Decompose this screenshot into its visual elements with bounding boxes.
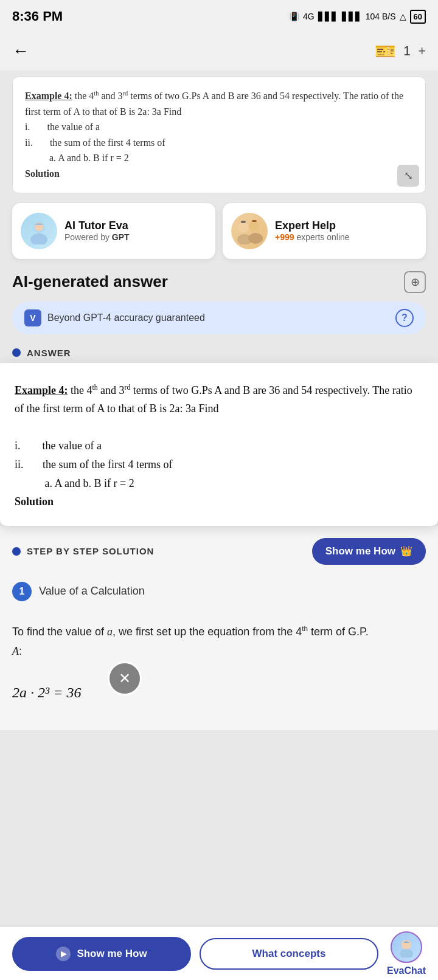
bottom-concepts-button[interactable]: What concepts	[200, 938, 378, 970]
svg-point-1	[30, 233, 47, 244]
bottom-concepts-text: What concepts	[252, 948, 326, 960]
ai-answer-title: AI-generated answer	[12, 272, 168, 291]
ai-answer-header: AI-generated answer ⊕	[0, 271, 438, 302]
step-header-left: STEP BY STEP SOLUTION	[12, 546, 154, 556]
step-1-paragraph: To find the value of a, we first set up …	[12, 622, 426, 661]
accuracy-badge-left: V Beyond GPT-4 accuracy guaranteed	[24, 309, 205, 326]
show-me-how-button[interactable]: Show me How 👑	[312, 538, 426, 565]
network-icon: 4G	[303, 12, 315, 21]
accuracy-badge: V Beyond GPT-4 accuracy guaranteed ?	[12, 302, 426, 334]
item-i: i.	[25, 122, 30, 132]
equation-1: 2a · 2³ = 36	[12, 680, 81, 706]
step-label: STEP BY STEP SOLUTION	[27, 546, 154, 556]
status-bar: 8:36 PM 📳 4G ▋▋▋ ▋▋▋ 104 B/S △ 60	[0, 0, 438, 32]
equation-container: 2a · 2³ = 36 ✕	[12, 668, 81, 718]
svg-point-3	[238, 222, 249, 233]
expert-info: Expert Help +999 experts online	[275, 219, 350, 242]
question-text: Example 4: the 4th and 3rd terms of two …	[13, 77, 425, 193]
expert-title: Expert Help	[275, 219, 350, 232]
bottom-spacer	[0, 730, 438, 791]
triangle-icon: △	[400, 12, 406, 21]
expanded-example-title: Example 4:	[15, 384, 68, 396]
status-icons: 📳 4G ▋▋▋ ▋▋▋ 104 B/S △ 60	[289, 10, 426, 24]
back-button[interactable]: ←	[12, 41, 29, 61]
expanded-item-ii-text: the sum of the first 4 terms of	[43, 458, 172, 471]
expanded-item-i-text: the value of a	[43, 440, 102, 452]
svg-point-10	[400, 949, 413, 958]
expert-avatar	[231, 213, 268, 249]
copy-button[interactable]: ⊕	[404, 271, 426, 293]
tutor-row: AI Tutor Eva Powered by GPT Expert H	[12, 203, 426, 259]
close-equation-button[interactable]: ✕	[108, 661, 142, 695]
evachat-avatar	[391, 931, 422, 963]
answer-label-row: ANSWER	[0, 342, 438, 363]
bottom-show-how-text: Show me How	[77, 948, 147, 960]
expanded-line1: the 4th and 3rd terms of two G.Ps A and …	[15, 384, 412, 415]
ai-tutor-name: AI Tutor Eva	[64, 219, 130, 232]
accuracy-question-button[interactable]: ?	[395, 309, 414, 327]
data-speed-label: 104 B/S	[366, 12, 396, 21]
bottom-bar: ▶ Show me How What concepts EvaChat	[0, 927, 438, 980]
expert-count-row: +999 experts online	[275, 232, 350, 242]
expanded-item-ab: a. A and b. B if r = 2	[45, 477, 134, 489]
nav-count: 1	[403, 43, 411, 59]
answer-dot	[12, 348, 21, 357]
vibrate-icon: 📳	[289, 12, 299, 21]
signal-icon: ▋▋▋	[318, 12, 338, 21]
math-content: To find the value of a, we first set up …	[0, 622, 438, 730]
show-how-text: Show me How	[325, 545, 395, 557]
expanded-question-content: Example 4: the 4th and 3rd terms of two …	[15, 381, 423, 511]
step-dot	[12, 547, 21, 556]
expanded-item-i: i.	[15, 440, 21, 452]
step-by-step-section: STEP BY STEP SOLUTION Show me How 👑	[0, 526, 438, 582]
expanded-solution-label: Solution	[15, 495, 54, 508]
expert-subtitle: experts online	[296, 232, 349, 242]
battery-indicator: 60	[410, 10, 426, 24]
step-header: STEP BY STEP SOLUTION Show me How 👑	[12, 538, 426, 565]
accuracy-text: Beyond GPT-4 accuracy guaranteed	[47, 312, 205, 323]
v-icon: V	[24, 309, 41, 326]
svg-point-4	[249, 221, 260, 232]
answer-label-text: ANSWER	[27, 348, 71, 358]
question-card: Example 4: the 4th and 3rd terms of two …	[12, 77, 426, 193]
svg-rect-8	[252, 220, 257, 222]
bottom-show-how-button[interactable]: ▶ Show me How	[12, 937, 191, 971]
example-title: Example 4:	[25, 91, 72, 101]
ai-tutor-card[interactable]: AI Tutor Eva Powered by GPT	[12, 203, 215, 259]
ai-tutor-sub: Powered by GPT	[64, 232, 130, 242]
expanded-item-ii: ii.	[15, 458, 24, 471]
expand-icon[interactable]: ⤡	[397, 165, 419, 187]
expert-count: +999	[275, 232, 294, 242]
expanded-question-card: Example 4: the 4th and 3rd terms of two …	[0, 363, 438, 526]
ai-tutor-info: AI Tutor Eva Powered by GPT	[64, 219, 130, 242]
nav-plus-button[interactable]: +	[418, 43, 426, 59]
question-line1: the 4th and 3rd terms of two G.Ps A and …	[25, 91, 403, 117]
expert-help-card[interactable]: Expert Help +999 experts online	[223, 203, 426, 259]
step-1-title: Value of a Calculation	[39, 585, 145, 598]
top-nav: ← 🎫 1 +	[0, 32, 438, 71]
svg-rect-7	[241, 221, 246, 223]
status-time: 8:36 PM	[12, 9, 63, 24]
step1-sup: th	[302, 624, 308, 632]
evachat-button[interactable]: EvaChat	[387, 931, 426, 976]
signal2-icon: ▋▋▋	[342, 12, 362, 21]
crown-icon: 👑	[400, 545, 412, 557]
solution-label: Solution	[25, 168, 60, 179]
ai-tutor-avatar	[21, 213, 57, 249]
item-i-text: the value of a	[47, 122, 100, 132]
item-ab: a. A and b. B if r = 2	[49, 153, 129, 163]
step-number-row: 1 Value of a Calculation	[12, 582, 426, 601]
ticket-icon[interactable]: 🎫	[375, 41, 396, 61]
item-ii: ii.	[25, 137, 33, 148]
step-1-A: A	[12, 645, 19, 657]
item-ii-text: the sum of the first 4 terms of	[50, 137, 165, 148]
step-1-circle: 1	[12, 582, 32, 601]
play-icon: ▶	[56, 947, 71, 961]
svg-point-6	[248, 233, 263, 244]
nav-right: 🎫 1 +	[375, 41, 426, 61]
evachat-label: EvaChat	[387, 965, 426, 976]
step-1-item: 1 Value of a Calculation	[0, 582, 438, 622]
